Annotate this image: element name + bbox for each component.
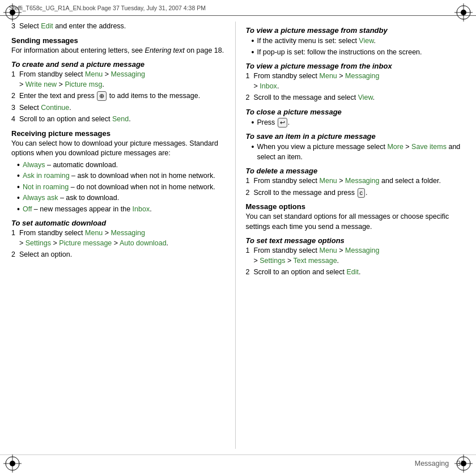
auto-step2: 2 Select an option. (11, 250, 231, 260)
receiving-para: You can select how to download your pict… (11, 139, 231, 159)
ds1-messaging[interactable]: Messaging (345, 177, 379, 185)
close-bullets: • Press ↩. (252, 118, 465, 128)
sending-heading: Sending messages (11, 36, 231, 45)
vis2-num: 2 (246, 93, 254, 103)
vsb-view-link[interactable]: View (359, 37, 373, 45)
st-step2: 2 Scroll to an option and select Edit. (246, 267, 465, 278)
create-step2: 2 Enter the text and press ⊕ to add item… (11, 91, 231, 101)
st-step1: 1 From standby select Menu > Messaging> … (246, 246, 465, 266)
bullet-dot-2: • (17, 172, 20, 180)
cs1-picture[interactable]: Picture msg (65, 80, 102, 88)
as1-picture[interactable]: Picture message (59, 239, 112, 247)
view-inbox-heading: To view a picture message from the inbox (246, 62, 465, 70)
ds2-text: Scroll to the message and press c. (254, 188, 368, 198)
back-key-icon: ↩ (278, 118, 287, 128)
right-column: To view a picture message from standby •… (241, 22, 465, 449)
sts1-messaging[interactable]: Messaging (345, 246, 379, 254)
cs1-menu[interactable]: Menu (85, 70, 103, 78)
close-b1: • Press ↩. (252, 118, 465, 128)
bullet-dot-1: • (17, 161, 20, 169)
as1-settings[interactable]: Settings (26, 239, 51, 247)
add-key-icon: ⊕ (97, 91, 107, 101)
as1-menu[interactable]: Menu (85, 229, 103, 237)
cs3-continue[interactable]: Continue (41, 104, 69, 112)
vis1-messaging[interactable]: Messaging (345, 72, 379, 80)
footer-section-label: Messaging (415, 460, 449, 468)
vis2-view[interactable]: View (358, 94, 373, 101)
sts1-text[interactable]: Text message (293, 257, 337, 265)
create-heading: To create and send a picture message (11, 60, 231, 69)
save-heading: To save an item in a picture message (246, 132, 465, 141)
ask-roaming-link[interactable]: Ask in roaming (23, 172, 70, 180)
bullet-dot-4: • (17, 194, 20, 202)
bullet-not-roaming: • Not in roaming – do not download when … (17, 182, 231, 193)
cs4-send[interactable]: Send (112, 115, 129, 123)
sts1-num: 1 (246, 246, 254, 266)
vsb-1-text: If the activity menu is set: select View… (257, 36, 376, 46)
sts1-text: From standby select Menu > Messaging> Se… (254, 246, 380, 266)
cs1-messaging[interactable]: Messaging (111, 70, 145, 78)
save-more-link[interactable]: More (387, 143, 403, 151)
ds2-num: 2 (246, 188, 254, 198)
vis1-num: 1 (246, 71, 254, 91)
save-items-link[interactable]: Save items (411, 143, 447, 151)
always-ask-link[interactable]: Always ask (23, 194, 58, 202)
step3-edit-link[interactable]: Edit (41, 22, 53, 30)
cs1-text: From standby select Menu > Messaging> Wr… (19, 70, 145, 90)
as2-text: Select an option. (19, 250, 72, 260)
as2-num: 2 (11, 250, 19, 260)
receiving-bullets: • Always – automatic download. • Ask in … (17, 160, 231, 215)
vi-step1: 1 From standby select Menu > Messaging> … (246, 71, 465, 91)
bullet-off: • Off – new messages appear in the Inbox… (17, 205, 231, 215)
bullet-ask-roaming: • Ask in roaming – ask to download when … (17, 171, 231, 181)
sts1-menu[interactable]: Menu (320, 246, 337, 254)
msg-options-para: You can set standard options for all mes… (246, 212, 465, 232)
sts2-edit[interactable]: Edit (347, 268, 359, 276)
vsb-2: • If pop-up is set: follow the instructi… (252, 48, 465, 58)
bullet-ask-roaming-text: Ask in roaming – ask to download when no… (23, 171, 215, 181)
sts2-num: 2 (246, 267, 254, 278)
header-strip: Steffi_T658c_UG_R1A_EN.book Page 37 Tues… (0, 0, 476, 16)
vis2-text: Scroll to the message and select View. (254, 93, 375, 103)
c-key-icon: c (358, 188, 366, 198)
vis1-inbox[interactable]: Inbox (260, 82, 277, 90)
save-bullets: • When you view a picture message select… (252, 142, 465, 162)
bullet-always-ask-text: Always ask – ask to download. (23, 193, 119, 203)
step3-text: Select Edit and enter the address. (19, 22, 126, 32)
create-step3: 3 Select Continue. (11, 103, 231, 113)
vis1-text: From standby select Menu > Messaging> In… (254, 71, 380, 91)
sending-para: For information about entering letters, … (11, 46, 231, 56)
always-link[interactable]: Always (23, 161, 45, 169)
cs1-num: 1 (11, 70, 19, 90)
bullet-always: • Always – automatic download. (17, 160, 231, 171)
auto-step1: 1 From standby select Menu > Messaging> … (11, 228, 231, 248)
as1-num: 1 (11, 228, 19, 248)
as1-text: From standby select Menu > Messaging> Se… (19, 228, 168, 248)
set-text-heading: To set text message options (246, 236, 465, 245)
ds1-menu[interactable]: Menu (320, 177, 337, 185)
cs3-num: 3 (11, 103, 19, 113)
close-text: Press ↩. (257, 118, 290, 128)
inbox-link[interactable]: Inbox (133, 205, 150, 213)
as1-auto[interactable]: Auto download (120, 239, 167, 247)
cs4-num: 4 (11, 114, 19, 125)
vsb-dot-1: • (252, 37, 254, 45)
sts1-settings[interactable]: Settings (260, 257, 285, 265)
vsb-dot-2: • (252, 48, 254, 56)
header-text: Steffi_T658c_UG_R1A_EN.book Page 37 Tues… (9, 5, 206, 11)
cs3-text: Select Continue. (19, 103, 71, 113)
bullet-not-roaming-text: Not in roaming – do not download when no… (23, 182, 215, 193)
cs1-write[interactable]: Write new (26, 80, 57, 88)
not-roaming-link[interactable]: Not in roaming (23, 183, 69, 191)
vis1-menu[interactable]: Menu (320, 72, 337, 80)
as1-messaging[interactable]: Messaging (111, 229, 145, 237)
save-b1: • When you view a picture message select… (252, 142, 465, 162)
view-standby-heading: To view a picture message from standby (246, 26, 465, 35)
msg-options-heading: Message options (246, 202, 465, 211)
save-dot: • (252, 143, 254, 151)
step3-num: 3 (11, 22, 19, 32)
close-dot: • (252, 118, 254, 126)
create-step1: 1 From standby select Menu > Messaging> … (11, 70, 231, 90)
off-link[interactable]: Off (23, 205, 32, 213)
del-step1: 1 From standby select Menu > Messaging a… (246, 176, 465, 186)
